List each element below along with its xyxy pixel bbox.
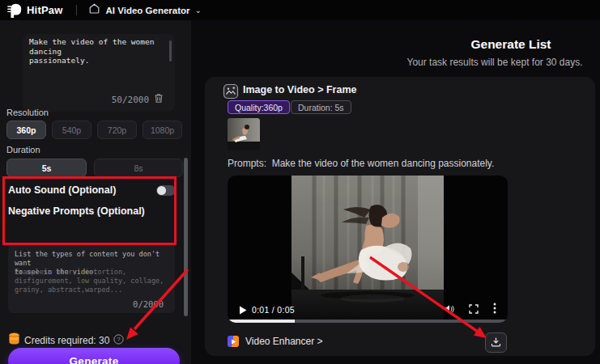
seekbar-played <box>228 320 295 323</box>
prompt-textarea[interactable]: Make the video of the women dancing pass… <box>23 34 175 112</box>
resolution-option-1080p[interactable]: 1080p <box>143 121 182 139</box>
hitpaw-logo-icon[interactable] <box>6 2 23 19</box>
duration-label: Duration <box>6 145 40 154</box>
more-options-icon[interactable] <box>493 303 496 317</box>
help-icon[interactable]: ? <box>113 333 124 348</box>
quality-badge: Quality:360p <box>228 100 290 114</box>
seekbar[interactable] <box>228 320 508 323</box>
negative-placeholder-examples: Examples: blur, distortion, disfiguremen… <box>15 268 168 294</box>
app-window: Make the video of the women dancing pass… <box>0 0 600 364</box>
download-button[interactable] <box>485 332 507 353</box>
generate-list-title: Generate List <box>421 37 600 52</box>
task-title: Image to Video > Frame <box>243 84 356 95</box>
prompts-label: Prompts: <box>228 158 266 169</box>
chevron-down-icon[interactable]: ⌄ <box>195 6 202 15</box>
duration-option-5s[interactable]: 5s <box>6 159 87 177</box>
generate-list-subtitle: Your task results will be kept for 30 da… <box>389 57 600 68</box>
trash-icon[interactable] <box>154 92 164 107</box>
resolution-option-360p[interactable]: 360p <box>6 121 46 139</box>
topbar-divider <box>76 5 77 15</box>
prompts-text: Make the video of the women dancing pass… <box>272 158 495 169</box>
prompt-scrollbar[interactable] <box>169 40 172 61</box>
duration-option-8s[interactable]: 8s <box>94 159 183 177</box>
video-frame[interactable] <box>291 176 444 323</box>
negative-char-counter: 0/2000 <box>133 299 164 309</box>
volume-icon[interactable] <box>444 303 454 317</box>
coins-icon <box>8 332 20 349</box>
play-button[interactable] <box>239 306 247 315</box>
time-display: 0:01 / 0:05 <box>252 305 295 315</box>
video-enhancer-icon <box>228 336 239 347</box>
download-icon <box>491 336 501 350</box>
resolution-label: Resolution <box>6 108 49 117</box>
prompts-row: Prompts: Make the video of the women dan… <box>228 158 494 169</box>
resolution-option-720p[interactable]: 720p <box>97 121 137 139</box>
nav-menu-label[interactable]: AI Video Generator <box>106 6 190 15</box>
video-enhancer-link[interactable]: Video Enhancer > <box>228 336 323 347</box>
video-enhancer-label: Video Enhancer > <box>245 336 323 347</box>
resolution-option-540p[interactable]: 540p <box>52 121 91 139</box>
credits-row: Credits required: 30 ? <box>8 332 124 349</box>
svg-text:?: ? <box>117 336 121 343</box>
brand-name: HitPaw <box>27 4 63 16</box>
credits-required-text: Credits required: 30 <box>24 335 109 346</box>
source-image-thumbnail[interactable] <box>228 118 260 150</box>
task-card: Image to Video > Frame Quality:360p Dura… <box>205 77 595 356</box>
prompt-text: Make the video of the women dancing pass… <box>29 37 165 66</box>
negative-prompts-textarea[interactable]: List the types of content you don't want… <box>8 243 175 313</box>
video-player[interactable]: 0:01 / 0:05 <box>228 176 508 323</box>
prompt-char-counter: 50/2000 <box>112 95 149 105</box>
home-icon[interactable] <box>88 2 100 18</box>
topbar: HitPaw AI Video Generator ⌄ <box>0 0 600 20</box>
duration-badge: Duration: 5s <box>291 100 351 114</box>
annotation-rectangle <box>2 176 177 245</box>
generate-button[interactable]: Generate <box>8 348 180 364</box>
player-controls: 0:01 / 0:05 <box>228 303 508 316</box>
sidebar-scrollbar[interactable] <box>184 158 188 316</box>
fullscreen-icon[interactable] <box>469 303 479 317</box>
